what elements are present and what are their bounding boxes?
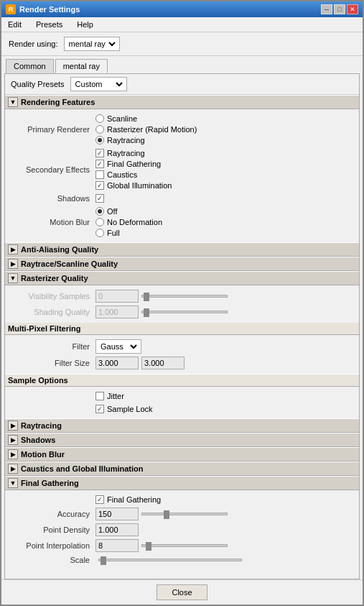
shadows-checkbox[interactable] — [95, 194, 104, 203]
point-density-input[interactable] — [95, 523, 139, 536]
quality-presets-row: Quality Presets Custom Draft Production — [5, 74, 359, 95]
radio-no-deformation-btn[interactable] — [95, 218, 104, 226]
final-gathering-cb-checkbox[interactable] — [95, 495, 104, 504]
accuracy-input[interactable] — [95, 508, 139, 520]
visibility-samples-row: Visibility Samples — [5, 288, 359, 304]
menu-edit[interactable]: Edit — [4, 19, 25, 30]
final-gathering-cb-checkbox-row[interactable]: Final Gathering — [95, 495, 161, 505]
filter-size-x[interactable] — [95, 357, 139, 369]
maximize-button[interactable]: □ — [334, 4, 345, 14]
raytracing-section-header[interactable]: ▶ Raytracing — [5, 418, 359, 433]
quality-presets-label: Quality Presets — [11, 80, 65, 88]
point-density-label: Point Density — [11, 525, 90, 534]
cb-global-illumination[interactable]: Global Illumination — [95, 180, 172, 190]
primary-renderer-options: Scanline Rasterizer (Rapid Motion) Raytr… — [95, 114, 197, 145]
radio-raytracing[interactable]: Raytracing — [95, 135, 197, 145]
shadows-row: Shadows — [5, 192, 359, 205]
radio-rasterizer-btn[interactable] — [95, 125, 104, 134]
final-gathering-cb-row: Final Gathering — [5, 493, 359, 506]
raytracing-section-toggle[interactable]: ▶ — [8, 421, 18, 431]
jitter-checkbox[interactable] — [95, 392, 104, 400]
shadows-section-header[interactable]: ▶ Shadows — [5, 433, 359, 447]
sample-lock-checkbox-row[interactable]: Sample Lock — [95, 404, 153, 414]
quality-presets-select[interactable]: Custom Draft Production — [73, 79, 125, 89]
final-gathering-toggle[interactable]: ▼ — [8, 478, 18, 488]
sample-lock-checkbox[interactable] — [95, 405, 104, 413]
rasterizer-header[interactable]: ▼ Rasterizer Quality — [5, 271, 359, 285]
caustics-gi-toggle[interactable]: ▶ — [8, 464, 18, 474]
radio-rasterizer[interactable]: Rasterizer (Rapid Motion) — [95, 124, 197, 134]
minimize-button[interactable]: ─ — [321, 4, 332, 14]
raytrace-scanline-header[interactable]: ▶ Raytrace/Scanline Quality — [5, 257, 359, 271]
cb-final-gathering[interactable]: Final Gathering — [95, 159, 172, 169]
anti-aliasing-header[interactable]: ▶ Anti-Aliasing Quality — [5, 242, 359, 257]
point-interpolation-label: Point Interpolation — [11, 541, 90, 550]
radio-no-deformation[interactable]: No Deformation — [95, 217, 162, 227]
primary-renderer-row: Primary Renderer Scanline Rasterizer (Ra… — [5, 112, 359, 147]
shadows-checkbox-row[interactable] — [95, 193, 104, 203]
render-settings-window: R Render Settings ─ □ ✕ Edit Presets Hel… — [0, 0, 364, 606]
render-using-select[interactable]: mental ray Scanline — [66, 39, 118, 49]
point-density-row: Point Density — [5, 522, 359, 538]
menu-presets[interactable]: Presets — [32, 19, 66, 30]
cb-caustics[interactable]: Caustics — [95, 170, 172, 180]
accuracy-slider[interactable] — [141, 513, 228, 515]
jitter-label: Jitter — [107, 392, 124, 400]
raytrace-scanline-title: Raytrace/Scanline Quality — [21, 260, 118, 268]
rendering-features-header[interactable]: ▼ Rendering Features — [5, 95, 359, 109]
visibility-samples-input[interactable] — [95, 290, 139, 303]
tab-common[interactable]: Common — [6, 59, 54, 73]
cb-raytracing-box[interactable] — [95, 149, 104, 157]
cb-raytracing[interactable]: Raytracing — [95, 148, 172, 158]
accuracy-row: Accuracy — [5, 506, 359, 522]
cb-final-gathering-box[interactable] — [95, 160, 104, 168]
radio-raytracing-btn[interactable] — [95, 136, 104, 144]
quality-presets-dropdown[interactable]: Custom Draft Production — [70, 77, 127, 91]
jitter-checkbox-row[interactable]: Jitter — [95, 391, 124, 401]
menu-help[interactable]: Help — [73, 19, 97, 30]
shading-quality-row: Shading Quality — [5, 304, 359, 320]
shadows-section-toggle[interactable]: ▶ — [8, 435, 18, 445]
radio-off-btn[interactable] — [95, 207, 104, 216]
anti-aliasing-toggle[interactable]: ▶ — [8, 244, 18, 254]
point-interpolation-slider[interactable] — [141, 544, 228, 547]
scroll-area[interactable]: ▼ Rendering Features Primary Renderer Sc… — [5, 95, 359, 579]
radio-scanline[interactable]: Scanline — [95, 114, 197, 124]
cb-caustics-box[interactable] — [95, 170, 104, 179]
radio-scanline-btn[interactable] — [95, 114, 104, 123]
close-window-button[interactable]: ✕ — [347, 4, 358, 14]
raytracing-section-title: Raytracing — [21, 421, 62, 430]
multi-pixel-title: Multi-Pixel Filtering — [8, 324, 80, 333]
scale-slider[interactable] — [98, 559, 242, 561]
radio-full[interactable]: Full — [95, 228, 162, 238]
jitter-row: Jitter — [5, 390, 359, 403]
motion-blur-section-header[interactable]: ▶ Motion Blur — [5, 447, 359, 462]
filter-dropdown[interactable]: Gauss Box Mitchell — [95, 339, 141, 354]
primary-renderer-label: Primary Renderer — [11, 125, 90, 134]
filter-size-label: Filter Size — [11, 359, 90, 367]
filter-size-y[interactable] — [141, 357, 185, 369]
motion-blur-section-toggle[interactable]: ▶ — [8, 449, 18, 459]
sample-lock-label: Sample Lock — [107, 405, 153, 413]
shading-quality-input[interactable] — [95, 306, 139, 318]
shading-quality-slider[interactable] — [141, 311, 228, 313]
filter-row: Filter Gauss Box Mitchell — [5, 338, 359, 355]
point-interpolation-input[interactable] — [95, 539, 139, 552]
filter-select[interactable]: Gauss Box Mitchell — [98, 341, 139, 352]
rasterizer-toggle[interactable]: ▼ — [8, 273, 18, 283]
window-icon: R — [6, 4, 16, 14]
raytrace-scanline-toggle[interactable]: ▶ — [8, 259, 18, 269]
final-gathering-header[interactable]: ▼ Final Gathering — [5, 476, 359, 490]
render-using-bar: Render using: mental ray Scanline — [1, 32, 363, 56]
radio-full-btn[interactable] — [95, 229, 104, 237]
tab-mental-ray[interactable]: mental ray — [55, 59, 108, 73]
close-button[interactable]: Close — [157, 584, 207, 600]
cb-global-illumination-box[interactable] — [95, 181, 104, 190]
rendering-features-toggle[interactable]: ▼ — [8, 97, 18, 107]
render-using-dropdown[interactable]: mental ray Scanline — [64, 37, 120, 51]
caustics-gi-header[interactable]: ▶ Caustics and Global Illumination — [5, 462, 359, 476]
scale-label: Scale — [11, 556, 90, 564]
radio-off[interactable]: Off — [95, 206, 162, 216]
rasterizer-content: Visibility Samples Shading Quality — [5, 285, 359, 323]
visibility-samples-slider[interactable] — [141, 295, 228, 298]
